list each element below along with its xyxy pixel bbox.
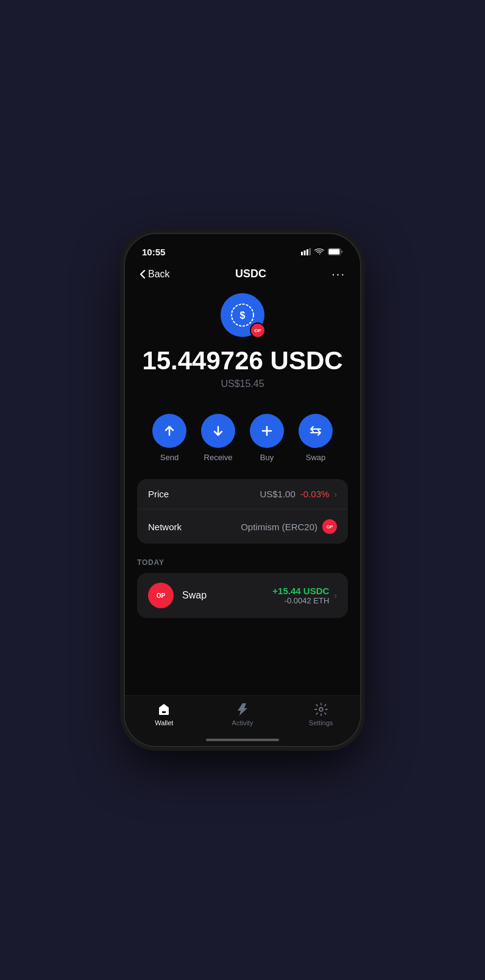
tx-amount-positive: +15.44 USDC <box>272 586 329 596</box>
status-icons <box>301 248 343 255</box>
coin-usd-value: US$15.45 <box>221 378 264 389</box>
status-bar: 10:55 <box>125 234 360 261</box>
send-button[interactable]: Send <box>152 414 186 462</box>
tx-chevron-icon: › <box>334 591 337 600</box>
svg-rect-0 <box>301 252 303 255</box>
svg-rect-9 <box>162 711 166 713</box>
swap-arrows-icon <box>309 424 322 438</box>
swap-button-circle <box>299 414 333 448</box>
svg-point-10 <box>319 708 323 711</box>
status-time: 10:55 <box>142 247 165 257</box>
svg-rect-5 <box>329 249 340 255</box>
page-title: USDC <box>235 268 266 280</box>
network-row[interactable]: Network Optimism (ERC20) OP <box>137 510 348 544</box>
coin-amount-number: 15.449726 <box>142 346 263 375</box>
price-value: US$1.00 <box>260 489 295 499</box>
buy-button[interactable]: Buy <box>250 414 284 462</box>
settings-nav-label: Settings <box>309 719 333 726</box>
receive-label: Receive <box>204 453 233 462</box>
swap-button[interactable]: Swap <box>299 414 333 462</box>
coin-amount: 15.449726 USDC <box>142 347 342 375</box>
network-value: Optimism (ERC20) <box>241 522 317 532</box>
activity-nav-label: Activity <box>232 719 253 726</box>
buy-plus-icon <box>260 424 274 438</box>
today-section-label: TODAY <box>137 558 348 567</box>
activity-icon <box>235 702 250 717</box>
nav-activity[interactable]: Activity <box>204 702 282 726</box>
table-row[interactable]: OP Swap +15.44 USDC -0.0042 ETH › <box>137 573 348 618</box>
price-chevron-icon: › <box>334 489 337 499</box>
more-button[interactable]: ··· <box>331 267 345 281</box>
phone-frame: 10:55 <box>124 233 361 747</box>
receive-button-circle <box>201 414 235 448</box>
buy-button-circle <box>250 414 284 448</box>
swap-label: Swap <box>306 453 326 462</box>
send-label: Send <box>160 453 179 462</box>
wifi-icon <box>314 248 324 255</box>
price-row[interactable]: Price US$1.00 -0.03% › <box>137 479 348 510</box>
settings-icon <box>314 702 328 717</box>
price-label: Price <box>148 489 169 499</box>
price-right: US$1.00 -0.03% › <box>260 489 337 499</box>
price-change: -0.03% <box>300 489 330 499</box>
wallet-icon <box>157 702 171 717</box>
nav-bar: Back USDC ··· <box>125 261 360 287</box>
op-network-badge: OP <box>250 322 266 338</box>
info-card: Price US$1.00 -0.03% › Network Optimism … <box>137 479 348 544</box>
nav-wallet[interactable]: Wallet <box>125 702 204 726</box>
usdc-icon: $ <box>230 303 255 327</box>
home-indicator <box>206 739 279 741</box>
svg-text:$: $ <box>240 310 246 321</box>
receive-arrow-icon <box>211 424 225 438</box>
network-label: Network <box>148 522 182 532</box>
battery-icon <box>328 248 343 255</box>
coin-symbol: USDC <box>271 346 343 375</box>
back-chevron-icon <box>140 269 146 279</box>
wallet-nav-label: Wallet <box>155 719 173 726</box>
network-op-badge: OP <box>322 519 337 534</box>
svg-rect-1 <box>304 250 306 255</box>
signal-icon <box>301 248 311 255</box>
send-button-circle <box>152 414 186 448</box>
svg-rect-2 <box>306 249 308 255</box>
nav-settings[interactable]: Settings <box>281 702 360 726</box>
tx-amounts: +15.44 USDC -0.0042 ETH <box>272 586 329 605</box>
transactions-list: OP Swap +15.44 USDC -0.0042 ETH › <box>137 573 348 618</box>
svg-rect-3 <box>310 248 311 255</box>
back-button[interactable]: Back <box>140 269 170 280</box>
back-label: Back <box>148 269 170 280</box>
coin-icon-wrapper: $ OP <box>221 293 264 337</box>
coin-header: $ OP 15.449726 USDC US$15.45 <box>137 287 348 404</box>
tx-op-icon: OP <box>148 583 174 608</box>
send-arrow-icon <box>163 424 176 438</box>
action-buttons: Send Receive Buy <box>137 414 348 462</box>
network-right: Optimism (ERC20) OP <box>241 519 337 534</box>
receive-button[interactable]: Receive <box>201 414 235 462</box>
tx-name: Swap <box>182 590 272 601</box>
main-content: $ OP 15.449726 USDC US$15.45 Send <box>125 287 360 695</box>
buy-label: Buy <box>260 453 274 462</box>
tx-amount-negative: -0.0042 ETH <box>272 596 329 605</box>
